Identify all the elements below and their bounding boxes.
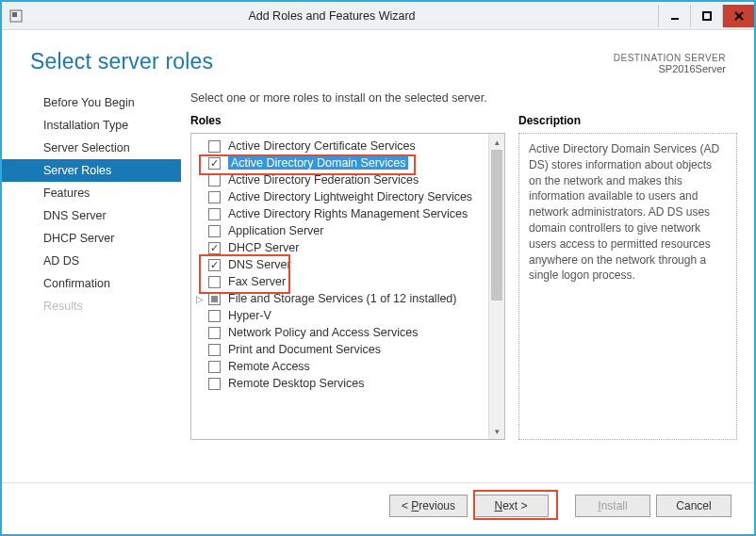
role-checkbox[interactable] <box>208 157 221 170</box>
destination-label: DESTINATION SERVER <box>614 53 726 63</box>
role-checkbox[interactable] <box>208 327 221 339</box>
sidebar-item-dns-server[interactable]: DNS Server <box>2 204 181 227</box>
svg-rect-1 <box>12 12 17 17</box>
scroll-track[interactable] <box>489 150 504 423</box>
description-text: Active Directory Domain Services (AD DS)… <box>518 133 737 440</box>
sidebar-item-ad-ds[interactable]: AD DS <box>2 250 181 272</box>
role-item[interactable]: Active Directory Lightweight Directory S… <box>191 188 504 205</box>
role-item[interactable]: Remote Access <box>191 358 504 375</box>
role-label: File and Storage Services (1 of 12 insta… <box>228 292 457 305</box>
next-button[interactable]: Next > <box>473 495 549 517</box>
content-area: Before You Begin Installation Type Serve… <box>2 82 754 482</box>
role-label: Active Directory Domain Services <box>228 156 408 170</box>
role-item[interactable]: Remote Desktop Services <box>191 375 504 392</box>
expand-icon[interactable]: ▷ <box>195 294 205 303</box>
role-item[interactable]: DHCP Server <box>191 239 504 256</box>
role-checkbox[interactable] <box>208 361 221 373</box>
role-item[interactable]: Active Directory Rights Management Servi… <box>191 205 504 222</box>
role-item[interactable]: Active Directory Certificate Services <box>191 138 504 154</box>
role-item[interactable]: Hyper-V <box>191 307 504 324</box>
window-title: Add Roles and Features Wizard <box>25 9 658 23</box>
scroll-thumb[interactable] <box>491 150 502 300</box>
role-label: Active Directory Rights Management Servi… <box>228 207 468 220</box>
previous-button[interactable]: < Previous <box>389 495 468 517</box>
minimize-button[interactable] <box>658 5 690 27</box>
sidebar-item-installation-type[interactable]: Installation Type <box>2 114 181 137</box>
header: Select server roles DESTINATION SERVER S… <box>2 30 754 82</box>
sidebar-item-confirmation[interactable]: Confirmation <box>2 272 181 295</box>
cancel-button[interactable]: Cancel <box>656 495 731 517</box>
role-label: Remote Desktop Services <box>228 377 365 390</box>
role-checkbox[interactable] <box>208 310 221 322</box>
page-title: Select server roles <box>30 49 213 74</box>
role-checkbox[interactable] <box>208 293 221 305</box>
role-label: Print and Document Services <box>228 343 381 356</box>
svg-rect-3 <box>703 12 711 20</box>
role-checkbox[interactable] <box>208 344 221 356</box>
role-checkbox[interactable] <box>208 378 221 390</box>
role-checkbox[interactable] <box>208 174 221 187</box>
role-checkbox[interactable] <box>208 242 221 254</box>
app-icon <box>8 8 25 24</box>
sidebar-item-server-roles[interactable]: Server Roles <box>2 159 181 182</box>
role-item[interactable]: Application Server <box>191 222 504 239</box>
role-label: DHCP Server <box>228 241 299 254</box>
main-panel: Select one or more roles to install on t… <box>181 82 754 482</box>
role-item[interactable]: DNS Server <box>191 256 504 273</box>
role-label: Active Directory Federation Services <box>228 173 419 187</box>
footer-buttons: < Previous Next > Install Cancel <box>2 482 754 528</box>
role-label: Application Server <box>228 224 323 237</box>
scroll-up-icon[interactable]: ▴ <box>489 134 504 150</box>
destination-name: SP2016Server <box>614 63 726 74</box>
install-button: Install <box>575 495 650 517</box>
sidebar-item-features[interactable]: Features <box>2 182 181 204</box>
roles-scrollbar[interactable]: ▴ ▾ <box>488 134 504 439</box>
role-checkbox[interactable] <box>208 276 221 288</box>
role-label: Active Directory Certificate Services <box>228 139 416 153</box>
role-label: DNS Server <box>228 258 291 271</box>
role-item[interactable]: ▷File and Storage Services (1 of 12 inst… <box>191 290 504 307</box>
wizard-sidebar: Before You Begin Installation Type Serve… <box>2 82 181 482</box>
role-checkbox[interactable] <box>208 191 221 203</box>
role-checkbox[interactable] <box>208 259 221 271</box>
title-bar: Add Roles and Features Wizard <box>2 2 754 30</box>
maximize-button[interactable] <box>690 5 722 27</box>
role-checkbox[interactable] <box>208 140 221 153</box>
instruction-text: Select one or more roles to install on t… <box>190 91 737 105</box>
role-label: Active Directory Lightweight Directory S… <box>228 190 472 203</box>
role-item[interactable]: Active Directory Domain Services <box>191 154 504 171</box>
role-label: Fax Server <box>228 275 286 288</box>
roles-listbox: Active Directory Certificate ServicesAct… <box>190 133 505 440</box>
sidebar-item-server-selection[interactable]: Server Selection <box>2 137 181 159</box>
role-label: Remote Access <box>228 360 310 373</box>
role-item[interactable]: Active Directory Federation Services <box>191 171 504 188</box>
role-label: Network Policy and Access Services <box>228 326 418 339</box>
role-item[interactable]: Fax Server <box>191 273 504 290</box>
window-controls <box>658 5 754 27</box>
role-label: Hyper-V <box>228 309 271 322</box>
sidebar-item-before-you-begin[interactable]: Before You Begin <box>2 91 181 114</box>
close-button[interactable] <box>722 5 754 27</box>
roles-heading: Roles <box>190 114 505 127</box>
sidebar-item-dhcp-server[interactable]: DHCP Server <box>2 227 181 250</box>
sidebar-item-results: Results <box>2 295 181 317</box>
role-checkbox[interactable] <box>208 225 221 237</box>
role-item[interactable]: Print and Document Services <box>191 341 504 358</box>
role-item[interactable]: Network Policy and Access Services <box>191 324 504 341</box>
scroll-down-icon[interactable]: ▾ <box>489 423 504 439</box>
role-checkbox[interactable] <box>208 208 221 220</box>
description-heading: Description <box>518 114 737 127</box>
destination-server: DESTINATION SERVER SP2016Server <box>614 53 726 74</box>
